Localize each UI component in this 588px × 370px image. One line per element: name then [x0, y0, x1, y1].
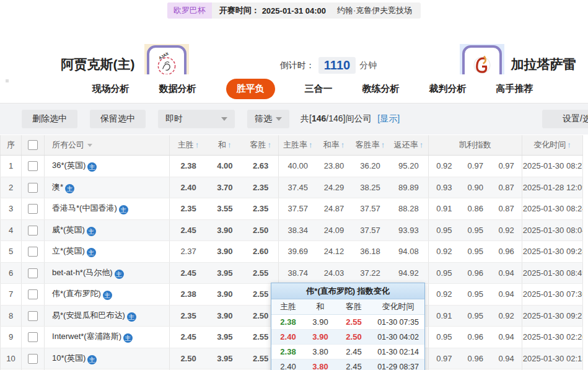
company-cell[interactable]: 威*(英国)主 — [45, 219, 170, 241]
header-home-rate[interactable]: 主胜率 — [279, 135, 317, 156]
count-prefix: 共[ — [301, 113, 312, 123]
row-checkbox[interactable] — [28, 311, 38, 321]
header-draw-odds[interactable]: 和 — [207, 135, 243, 156]
row-checkbox-cell — [22, 198, 45, 220]
select-all-checkbox[interactable] — [28, 140, 38, 150]
header-away-odds[interactable]: 客胜 — [243, 135, 279, 156]
header-return-rate[interactable]: 返还率 — [389, 135, 428, 156]
return-rate-cell: 93.93 — [389, 219, 428, 241]
row-checkbox[interactable] — [28, 268, 38, 278]
company-name: 易*(安提瓜和巴布达) — [52, 311, 125, 320]
away-odds-cell: 2.55 — [243, 262, 279, 284]
header-draw-rate[interactable]: 和率 — [317, 135, 351, 156]
row-checkbox[interactable] — [28, 226, 38, 236]
kelly-away-cell: 0.87 — [491, 198, 522, 220]
draw-odds-cell: 4.00 — [207, 156, 243, 177]
header-company[interactable]: 所有公司 — [45, 135, 170, 156]
home-odds-cell: 2.45 — [170, 219, 207, 241]
popup-header-draw: 和 — [305, 301, 336, 312]
match-header: 阿贾克斯(主) AJAX 倒计时： 1110 分钟 加拉塔萨雷 — [0, 19, 588, 74]
tab-3[interactable]: 三合一 — [305, 83, 333, 95]
filter-dropdown[interactable]: 筛选 — [247, 110, 289, 128]
kelly-draw-cell: 0.90 — [460, 177, 491, 198]
nav-tabs: 现场分析数据分析胜平负三合一教练分析裁判分析高手推荐 — [55, 79, 533, 99]
return-rate-cell: 94.08 — [389, 241, 428, 263]
tab-6[interactable]: 高手推荐 — [496, 83, 533, 95]
popup-header-away: 客胜 — [336, 301, 372, 312]
row-checkbox-cell — [22, 156, 45, 177]
toolbar: 删除选中 保留选中 即时 筛选 共[146/146]间公司 [显示] 设置/选择 — [0, 104, 588, 134]
popup-header-row: 主胜 和 客胜 变化时间 — [271, 299, 424, 315]
row-index: 4 — [1, 219, 22, 241]
home-odds-cell: 2.35 — [170, 198, 207, 220]
company-name: 立*(英国) — [52, 246, 85, 255]
company-cell[interactable]: 澳*主 — [45, 177, 170, 198]
header-away-rate[interactable]: 客胜率 — [351, 135, 389, 156]
company-cell[interactable]: 立*(英国)主 — [45, 241, 170, 263]
kelly-home-cell: 0.95 — [428, 327, 460, 348]
away-rate-cell: 36.20 — [351, 156, 389, 177]
kelly-away-cell: 0.87 — [491, 177, 522, 198]
match-info-strip: 欧罗巴杯 开赛时间： 2025-01-31 04:00 约翰·克鲁伊夫竞技场 — [167, 2, 421, 19]
company-cell[interactable]: bet-at-h*(马尔他)主 — [45, 262, 170, 284]
delete-selected-button[interactable]: 删除选中 — [22, 110, 77, 128]
settings-button[interactable]: 设置/选择 — [542, 110, 588, 128]
row-index: 10 — [1, 348, 22, 369]
header-change-time[interactable]: 变化时间 — [522, 135, 582, 156]
row-checkbox[interactable] — [28, 183, 38, 193]
company-cell[interactable]: 易*(安提瓜和巴布达)主 — [45, 305, 170, 327]
company-cell[interactable]: 10*(英国)主 — [45, 348, 170, 369]
company-cell[interactable]: 香港马*(中国香港)主 — [45, 198, 170, 220]
kelly-draw-cell: 0.96 — [460, 348, 491, 369]
company-name: 香港马*(中国香港) — [52, 203, 117, 213]
draw-odds-cell: 3.90 — [207, 219, 243, 241]
return-rate-cell: 89.89 — [389, 177, 428, 198]
keep-selected-button[interactable]: 保留选中 — [90, 110, 146, 128]
header-checkbox — [22, 135, 45, 156]
home-odds-cell: 2.45 — [170, 262, 207, 284]
popup-header-time: 变化时间 — [372, 301, 424, 312]
tab-1[interactable]: 数据分析 — [159, 83, 196, 95]
row-checkbox-cell — [22, 284, 45, 306]
draw-odds-cell: 3.95 — [207, 262, 243, 284]
company-name: 10*(英国) — [52, 353, 86, 363]
row-checkbox[interactable] — [28, 247, 38, 257]
kelly-home-cell: 0.91 — [428, 305, 460, 327]
svg-text:AJAX: AJAX — [158, 51, 170, 60]
home-odds-cell: 2.38 — [170, 156, 207, 177]
company-cell[interactable]: Interwet*(塞浦路斯)主 — [45, 327, 170, 348]
change-time-cell: 2025-01-28 12:09 — [522, 177, 582, 198]
row-checkbox[interactable] — [28, 332, 38, 342]
return-rate-cell: 94.92 — [389, 262, 428, 284]
tab-4[interactable]: 教练分析 — [362, 83, 400, 95]
league-badge[interactable]: 欧罗巴杯 — [167, 2, 212, 19]
instant-dropdown[interactable]: 即时 — [158, 110, 235, 128]
kelly-away-cell: 0.94 — [491, 348, 522, 369]
sort-asc-icon — [195, 140, 200, 149]
row-index: 3 — [1, 198, 22, 220]
kelly-draw-cell: 0.86 — [460, 198, 491, 220]
show-link[interactable]: [显示] — [377, 113, 400, 123]
sort-asc-icon — [419, 140, 424, 149]
kelly-home-cell: 0.91 — [428, 198, 460, 220]
table-row: 3香港马*(中国香港)主2.353.552.3537.5724.8737.578… — [1, 198, 583, 220]
row-checkbox[interactable] — [28, 204, 38, 214]
company-cell[interactable]: 伟*(直布罗陀)主 — [45, 284, 170, 306]
company-cell[interactable]: 36*(英国)主 — [45, 156, 170, 177]
filter-dropdown-label: 筛选 — [255, 113, 272, 125]
company-badge-icon: 主 — [119, 205, 128, 214]
header-home-odds[interactable]: 主胜 — [170, 135, 207, 156]
tab-5[interactable]: 裁判分析 — [429, 83, 467, 95]
tab-2[interactable]: 胜平负 — [226, 79, 275, 99]
change-time-cell: 2025-01-30 08:04 — [522, 219, 582, 241]
tab-0[interactable]: 现场分析 — [92, 83, 129, 95]
row-checkbox[interactable] — [28, 354, 38, 364]
popup-change-time: 01-30 07:35 — [372, 318, 424, 327]
row-index: 8 — [1, 305, 22, 327]
row-checkbox[interactable] — [28, 161, 38, 171]
row-checkbox[interactable] — [28, 289, 38, 299]
away-odds-cell: 2.63 — [243, 156, 279, 177]
popup-draw-odds: 3.80 — [305, 362, 336, 370]
home-odds-cell: 2.50 — [170, 348, 207, 369]
caret-down-icon — [87, 144, 92, 147]
